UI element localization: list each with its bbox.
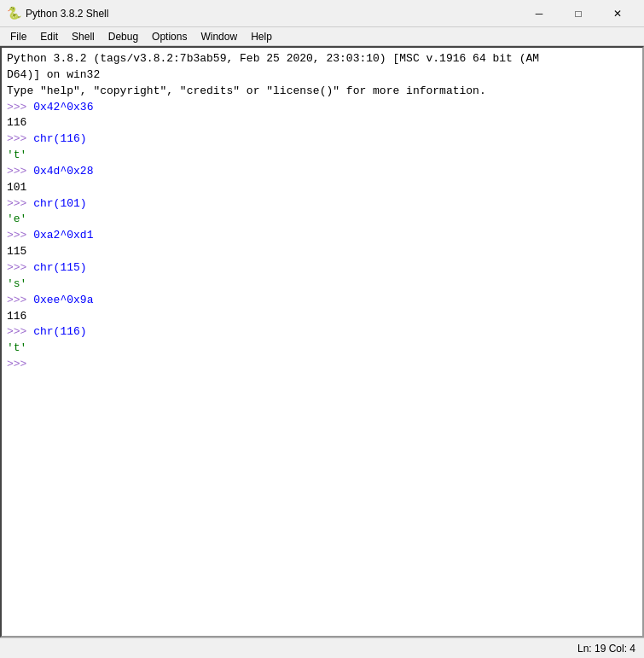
menu-window[interactable]: Window <box>194 29 244 44</box>
prompt-9: >>> <box>7 358 33 370</box>
menu-debug[interactable]: Debug <box>102 29 145 44</box>
prompt-3: >>> <box>7 165 33 178</box>
prompt-2: >>> <box>7 132 33 145</box>
cmd-8: chr(116) <box>33 325 86 338</box>
out-6: 's' <box>7 277 26 290</box>
cmd-5: 0xa2^0xd1 <box>33 229 93 242</box>
out-7: 116 <box>7 310 26 323</box>
title-bar-controls: ─ □ ✕ <box>519 0 637 27</box>
menu-file[interactable]: File <box>3 29 33 44</box>
prompt-5: >>> <box>7 229 33 242</box>
out-2: 't' <box>7 148 26 161</box>
cmd-3: 0x4d^0x28 <box>33 165 93 178</box>
status-bar: Ln: 19 Col: 4 <box>0 638 644 658</box>
prompt-7: >>> <box>7 294 33 306</box>
menu-options[interactable]: Options <box>145 29 194 44</box>
shell-content[interactable]: Python 3.8.2 (tags/v3.8.2:7b3ab59, Feb 2… <box>2 48 642 636</box>
out-4: 'e' <box>7 213 26 225</box>
out-3: 101 <box>7 181 26 194</box>
out-5: 115 <box>7 245 26 258</box>
minimize-button[interactable]: ─ <box>519 0 559 27</box>
out-1: 116 <box>7 116 26 129</box>
prompt-1: >>> <box>7 101 33 114</box>
menu-edit[interactable]: Edit <box>33 29 65 44</box>
prompt-4: >>> <box>7 197 33 210</box>
app-icon: 🐍 <box>7 7 20 20</box>
cursor-position: Ln: 19 Col: 4 <box>577 643 635 655</box>
title-bar: 🐍 Python 3.8.2 Shell ─ □ ✕ <box>0 0 644 27</box>
title-bar-left: 🐍 Python 3.8.2 Shell <box>7 7 108 20</box>
prompt-8: >>> <box>7 325 33 338</box>
cmd-1: 0x42^0x36 <box>33 101 93 114</box>
shell-output: Python 3.8.2 (tags/v3.8.2:7b3ab59, Feb 2… <box>7 51 637 373</box>
intro-line3: Type "help", "copyright", "credits" or "… <box>7 84 486 97</box>
menu-shell[interactable]: Shell <box>65 29 102 44</box>
out-8: 't' <box>7 341 26 354</box>
window-title: Python 3.8.2 Shell <box>26 8 108 20</box>
cmd-6: chr(115) <box>33 261 86 274</box>
shell-wrapper: Python 3.8.2 (tags/v3.8.2:7b3ab59, Feb 2… <box>0 46 644 638</box>
maximize-button[interactable]: □ <box>559 0 598 27</box>
intro-line2: D64)] on win32 <box>7 68 100 81</box>
close-button[interactable]: ✕ <box>598 0 637 27</box>
cmd-7: 0xee^0x9a <box>33 294 93 306</box>
cmd-4: chr(101) <box>33 197 86 210</box>
cmd-2: chr(116) <box>33 132 86 145</box>
menu-help[interactable]: Help <box>244 29 279 44</box>
prompt-6: >>> <box>7 261 33 274</box>
menu-bar: File Edit Shell Debug Options Window Hel… <box>0 27 644 46</box>
intro-line1: Python 3.8.2 (tags/v3.8.2:7b3ab59, Feb 2… <box>7 52 539 65</box>
